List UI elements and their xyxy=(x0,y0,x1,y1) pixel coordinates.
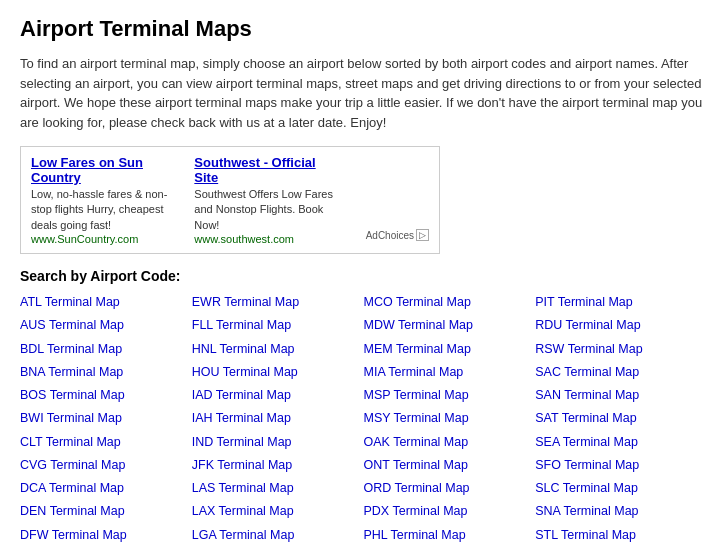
airport-code-link[interactable]: SFO Terminal Map xyxy=(535,455,707,476)
airport-code-link[interactable]: HNL Terminal Map xyxy=(192,339,364,360)
airport-code-link[interactable]: IND Terminal Map xyxy=(192,432,364,453)
airport-code-link[interactable]: MIA Terminal Map xyxy=(364,362,536,383)
airport-code-link[interactable]: SNA Terminal Map xyxy=(535,501,707,522)
airport-code-link[interactable]: ORD Terminal Map xyxy=(364,478,536,499)
airport-code-link[interactable]: SLC Terminal Map xyxy=(535,478,707,499)
ad-item-1: Low Fares on Sun Country Low, no-hassle … xyxy=(31,155,174,245)
airport-code-link[interactable]: IAD Terminal Map xyxy=(192,385,364,406)
airport-code-link[interactable]: AUS Terminal Map xyxy=(20,315,192,336)
airport-code-link[interactable]: PDX Terminal Map xyxy=(364,501,536,522)
airport-code-link[interactable]: SAC Terminal Map xyxy=(535,362,707,383)
ad-title-2[interactable]: Southwest - Official Site xyxy=(194,155,337,185)
airport-code-link[interactable]: MEM Terminal Map xyxy=(364,339,536,360)
ad-desc-2: Southwest Offers Low Fares and Nonstop F… xyxy=(194,187,337,233)
page-title: Airport Terminal Maps xyxy=(20,16,707,42)
airport-code-link[interactable]: BNA Terminal Map xyxy=(20,362,192,383)
airport-code-link[interactable]: SAN Terminal Map xyxy=(535,385,707,406)
ad-desc-1: Low, no-hassle fares & non-stop flights … xyxy=(31,187,174,233)
airport-code-link[interactable]: MSP Terminal Map xyxy=(364,385,536,406)
airport-code-link[interactable]: JFK Terminal Map xyxy=(192,455,364,476)
airport-code-link[interactable]: EWR Terminal Map xyxy=(192,292,364,313)
airport-code-link[interactable]: LAX Terminal Map xyxy=(192,501,364,522)
airport-code-link[interactable]: LGA Terminal Map xyxy=(192,525,364,545)
airport-code-link[interactable]: MSY Terminal Map xyxy=(364,408,536,429)
airport-code-link[interactable]: DEN Terminal Map xyxy=(20,501,192,522)
page-description: To find an airport terminal map, simply … xyxy=(20,54,707,132)
airport-code-link[interactable]: HOU Terminal Map xyxy=(192,362,364,383)
ad-url-1: www.SunCountry.com xyxy=(31,233,174,245)
airport-code-link[interactable]: OAK Terminal Map xyxy=(364,432,536,453)
airport-code-link[interactable]: BDL Terminal Map xyxy=(20,339,192,360)
airport-code-link[interactable]: PIT Terminal Map xyxy=(535,292,707,313)
by-code-header: Search by Airport Code: xyxy=(20,268,707,284)
airport-code-link[interactable]: RSW Terminal Map xyxy=(535,339,707,360)
ad-item-2: Southwest - Official Site Southwest Offe… xyxy=(194,155,337,245)
airport-code-link[interactable]: MCO Terminal Map xyxy=(364,292,536,313)
airport-code-link[interactable]: CVG Terminal Map xyxy=(20,455,192,476)
airport-code-link[interactable]: IAH Terminal Map xyxy=(192,408,364,429)
section-by-code: Search by Airport Code: ATL Terminal Map… xyxy=(20,268,707,545)
airport-code-link[interactable]: STL Terminal Map xyxy=(535,525,707,545)
ad-title-1[interactable]: Low Fares on Sun Country xyxy=(31,155,174,185)
airport-code-grid: ATL Terminal MapEWR Terminal MapMCO Term… xyxy=(20,292,707,545)
airport-code-link[interactable]: SAT Terminal Map xyxy=(535,408,707,429)
airport-code-link[interactable]: LAS Terminal Map xyxy=(192,478,364,499)
airport-code-link[interactable]: PHL Terminal Map xyxy=(364,525,536,545)
adchoices-icon: ▷ xyxy=(416,229,429,241)
airport-code-link[interactable]: CLT Terminal Map xyxy=(20,432,192,453)
airport-code-link[interactable]: DCA Terminal Map xyxy=(20,478,192,499)
airport-code-link[interactable]: RDU Terminal Map xyxy=(535,315,707,336)
airport-code-link[interactable]: ATL Terminal Map xyxy=(20,292,192,313)
airport-code-link[interactable]: BWI Terminal Map xyxy=(20,408,192,429)
ad-url-2: www.southwest.com xyxy=(194,233,337,245)
airport-code-link[interactable]: SEA Terminal Map xyxy=(535,432,707,453)
airport-code-link[interactable]: BOS Terminal Map xyxy=(20,385,192,406)
airport-code-link[interactable]: MDW Terminal Map xyxy=(364,315,536,336)
airport-code-link[interactable]: ONT Terminal Map xyxy=(364,455,536,476)
airport-code-link[interactable]: DFW Terminal Map xyxy=(20,525,192,545)
ad-container: Low Fares on Sun Country Low, no-hassle … xyxy=(20,146,440,254)
airport-code-link[interactable]: FLL Terminal Map xyxy=(192,315,364,336)
ad-choices: AdChoices ▷ xyxy=(358,155,429,245)
